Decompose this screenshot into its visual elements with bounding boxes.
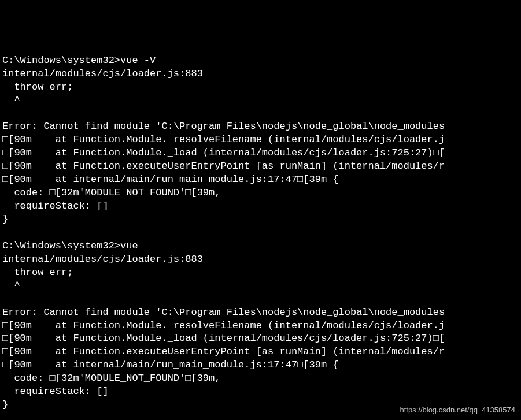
terminal-line: Error: Cannot find module 'C:\Program Fi… xyxy=(2,306,519,319)
terminal-line: throw err; xyxy=(2,81,519,94)
terminal-line: ^ xyxy=(2,280,519,293)
terminal-line: □[90m at internal/main/run_main_module.j… xyxy=(2,359,519,372)
terminal-line: □[90m at internal/main/run_main_module.j… xyxy=(2,173,519,187)
terminal-line: C:\Windows\system32>vue -V xyxy=(2,54,519,68)
terminal-line: □[90m at Function.Module._load (internal… xyxy=(2,147,519,160)
terminal-line: internal/modules/cjs/loader.js:883 xyxy=(2,68,519,81)
terminal-line xyxy=(2,226,519,240)
terminal-line xyxy=(2,107,519,121)
terminal-line: □[90m at Function.executeUserEntryPoint … xyxy=(2,345,519,359)
terminal-line: } xyxy=(2,213,519,226)
terminal-line xyxy=(2,293,519,306)
terminal-line: □[90m at Function.Module._resolveFilenam… xyxy=(2,319,519,333)
terminal-line: ^ xyxy=(2,94,519,107)
terminal-line: requireStack: [] xyxy=(2,385,519,399)
terminal-line: □[90m at Function.Module._load (internal… xyxy=(2,332,519,345)
terminal-line: throw err; xyxy=(2,266,519,280)
terminal-line: Error: Cannot find module 'C:\Program Fi… xyxy=(2,120,519,133)
terminal-line: internal/modules/cjs/loader.js:883 xyxy=(2,253,519,266)
terminal-line: □[90m at Function.Module._resolveFilenam… xyxy=(2,133,519,147)
terminal-line: requireStack: [] xyxy=(2,200,519,213)
terminal-line: C:\Windows\system32>vue xyxy=(2,240,519,253)
watermark-text: https://blog.csdn.net/qq_41358574 xyxy=(400,405,516,415)
terminal-output[interactable]: C:\Windows\system32>vue -Vinternal/modul… xyxy=(2,54,519,420)
terminal-line: code: □[32m'MODULE_NOT_FOUND'□[39m, xyxy=(2,187,519,200)
terminal-line: code: □[32m'MODULE_NOT_FOUND'□[39m, xyxy=(2,372,519,385)
terminal-line: □[90m at Function.executeUserEntryPoint … xyxy=(2,160,519,173)
